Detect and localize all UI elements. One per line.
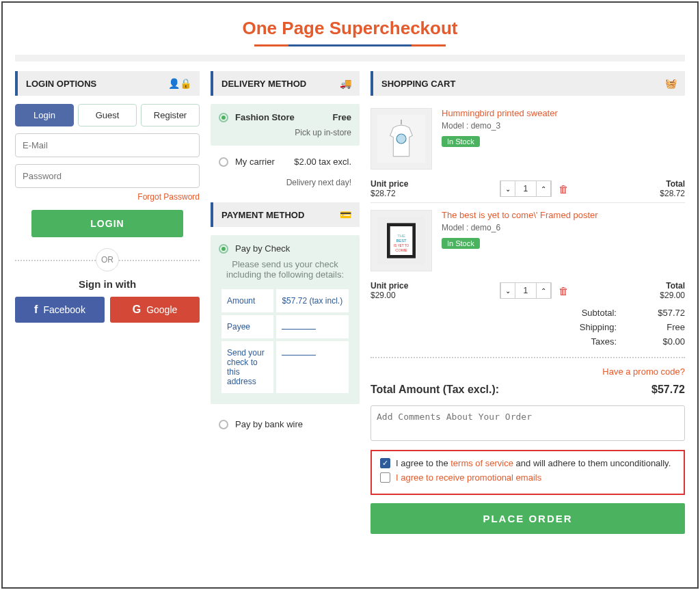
remove-item-button[interactable]: 🗑 bbox=[558, 285, 569, 297]
payee-value bbox=[276, 315, 349, 338]
delivery-option-price: Free bbox=[333, 112, 351, 122]
totals-divider bbox=[371, 357, 685, 358]
cart-header: SHOPPING CART 🧺 bbox=[371, 71, 685, 96]
quantity-stepper: ⌄ 1 ⌃ bbox=[500, 282, 552, 299]
terms-link[interactable]: terms of service bbox=[450, 458, 513, 468]
line-total-value: $29.00 bbox=[660, 291, 685, 300]
payment-header-text: PAYMENT METHOD bbox=[221, 210, 304, 220]
payment-header: PAYMENT METHOD 💳 bbox=[211, 202, 360, 227]
user-lock-icon: 👤🔒 bbox=[168, 78, 191, 89]
svg-text:THE: THE bbox=[397, 234, 405, 238]
facebook-icon: f bbox=[34, 304, 38, 316]
place-order-button[interactable]: PLACE ORDER bbox=[371, 503, 685, 534]
terms-text: I agree to the terms of service and will… bbox=[396, 458, 671, 468]
tab-guest[interactable]: Guest bbox=[78, 104, 137, 126]
product-model: Model : demo_6 bbox=[442, 223, 685, 232]
cart-header-text: SHOPPING CART bbox=[381, 79, 455, 89]
qty-decrease-button[interactable]: ⌄ bbox=[500, 283, 515, 298]
delivery-header-text: DELIVERY METHOD bbox=[221, 79, 306, 89]
password-field[interactable] bbox=[15, 164, 200, 188]
payment-check-table: Amount $57.72 (tax incl.) Payee Send you… bbox=[219, 286, 351, 396]
basket-icon: 🧺 bbox=[665, 78, 677, 89]
qty-decrease-button[interactable]: ⌄ bbox=[500, 181, 515, 196]
payee-label: Payee bbox=[221, 315, 273, 338]
taxes-value: $0.00 bbox=[644, 336, 685, 347]
email-field[interactable] bbox=[15, 133, 200, 157]
product-model: Model : demo_3 bbox=[442, 121, 685, 131]
order-comments-input[interactable] bbox=[371, 405, 685, 441]
remove-item-button[interactable]: 🗑 bbox=[558, 183, 569, 195]
payment-option-check[interactable]: Pay by Check Please send us your check i… bbox=[211, 235, 360, 404]
card-icon: 💳 bbox=[340, 209, 351, 220]
delivery-option-carrier[interactable]: My carrier $2.00 tax excl. bbox=[211, 151, 360, 172]
google-login-button[interactable]: G Google bbox=[110, 297, 200, 323]
signin-with-label: Sign in with bbox=[15, 278, 200, 290]
promo-emails-text: I agree to receive promotional emails bbox=[396, 472, 541, 483]
radio-selected-icon bbox=[219, 113, 228, 122]
qty-value: 1 bbox=[515, 184, 536, 193]
promo-code-link[interactable]: Have a promo code? bbox=[371, 366, 685, 377]
facebook-login-button[interactable]: f Facebook bbox=[15, 297, 105, 323]
subtotal-value: $57.72 bbox=[644, 308, 685, 318]
shipping-label: Shipping: bbox=[569, 322, 617, 332]
google-icon: G bbox=[133, 304, 141, 316]
stock-badge: In Stock bbox=[442, 136, 480, 147]
or-divider: OR bbox=[96, 248, 119, 271]
login-header: LOGIN OPTIONS 👤🔒 bbox=[15, 71, 200, 96]
svg-text:BEST: BEST bbox=[396, 239, 407, 243]
grand-total-value: $57.72 bbox=[651, 384, 685, 396]
delivery-header: DELIVERY METHOD 🚚 bbox=[211, 71, 360, 96]
payment-check-label: Pay by Check bbox=[235, 243, 351, 254]
tab-login[interactable]: Login bbox=[15, 104, 74, 126]
cart-item: Hummingbird printed sweater Model : demo… bbox=[371, 104, 685, 174]
tab-register[interactable]: Register bbox=[141, 104, 200, 126]
line-total-label: Total bbox=[660, 281, 685, 291]
line-total-label: Total bbox=[660, 179, 685, 189]
promo-emails-checkbox[interactable] bbox=[380, 472, 390, 483]
product-name-link[interactable]: Hummingbird printed sweater bbox=[442, 108, 685, 118]
title-underline bbox=[254, 44, 446, 46]
login-button[interactable]: LOGIN bbox=[31, 210, 183, 237]
delivery-option-sub: Pick up in-store bbox=[219, 128, 351, 137]
delivery-option-price: $2.00 tax excl. bbox=[294, 157, 351, 167]
unit-price-label: Unit price bbox=[371, 179, 408, 189]
qty-increase-button[interactable]: ⌃ bbox=[536, 283, 551, 298]
quantity-stepper: ⌄ 1 ⌃ bbox=[500, 180, 552, 197]
shipping-value: Free bbox=[644, 322, 685, 332]
unit-price-value: $28.72 bbox=[371, 189, 408, 198]
qty-value: 1 bbox=[515, 286, 536, 295]
terms-checkbox[interactable]: ✓ bbox=[380, 458, 390, 468]
delivery-option-fashion[interactable]: Fashion Store Free Pick up in-store bbox=[211, 104, 360, 146]
login-header-text: LOGIN OPTIONS bbox=[26, 79, 96, 89]
payment-option-wire[interactable]: Pay by bank wire bbox=[211, 414, 360, 435]
radio-unselected-icon bbox=[219, 420, 228, 429]
amount-value: $57.72 (tax incl.) bbox=[276, 289, 349, 312]
product-thumbnail[interactable]: THEBESTIS YET TOCOME bbox=[371, 210, 432, 271]
truck-icon: 🚚 bbox=[340, 78, 351, 89]
payment-wire-label: Pay by bank wire bbox=[235, 419, 303, 429]
product-thumbnail[interactable] bbox=[371, 108, 432, 170]
forgot-password-link[interactable]: Forgot Password bbox=[15, 192, 200, 202]
page-title: One Page Supercheckout bbox=[15, 15, 685, 44]
item-divider bbox=[371, 202, 685, 203]
line-total-value: $28.72 bbox=[660, 189, 685, 198]
grand-total-label: Total Amount (Tax excl.): bbox=[371, 384, 499, 396]
svg-point-1 bbox=[396, 134, 406, 144]
unit-price-label: Unit price bbox=[371, 281, 408, 291]
radio-unselected-icon bbox=[219, 157, 228, 167]
payment-check-desc: Please send us your check including the … bbox=[219, 259, 351, 280]
subtotal-label: Subtotal: bbox=[569, 308, 617, 318]
address-label: Send your check to this address bbox=[221, 341, 273, 393]
radio-selected-icon bbox=[219, 244, 228, 254]
svg-text:IS YET TO: IS YET TO bbox=[394, 244, 409, 247]
qty-increase-button[interactable]: ⌃ bbox=[536, 181, 551, 196]
delivery-option-label: My carrier bbox=[235, 157, 287, 167]
stock-badge: In Stock bbox=[442, 238, 480, 249]
delivery-option-sub: Delivery next day! bbox=[211, 178, 360, 187]
cart-item: THEBESTIS YET TOCOME The best is yet to … bbox=[371, 206, 685, 276]
amount-label: Amount bbox=[221, 289, 273, 312]
unit-price-value: $29.00 bbox=[371, 291, 408, 300]
svg-text:COME: COME bbox=[395, 248, 407, 252]
product-name-link[interactable]: The best is yet to come\' Framed poster bbox=[442, 210, 685, 220]
facebook-label: Facebook bbox=[43, 304, 85, 315]
